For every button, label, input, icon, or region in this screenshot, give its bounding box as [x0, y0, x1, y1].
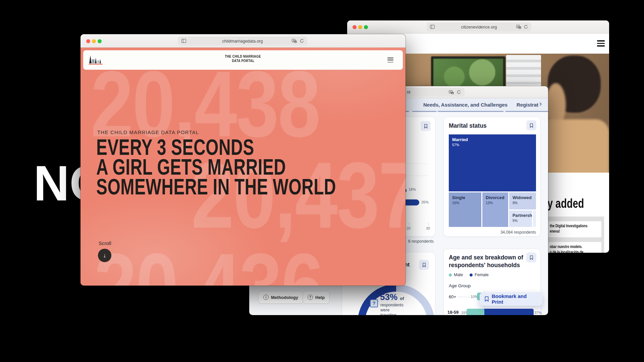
tab-needs-assistance[interactable]: Needs, Assistance, and Challenges	[423, 102, 507, 108]
legend-male-label: Male	[454, 273, 463, 277]
treemap-block-widowed[interactable]: Widowed 9%	[509, 192, 536, 209]
female-bar	[484, 309, 534, 315]
url-text: nt	[407, 90, 410, 95]
url-text: childmarriagedata.org	[222, 39, 263, 44]
bar-26-label: 26%	[421, 200, 429, 204]
reload-icon[interactable]	[524, 24, 528, 29]
scroll-button[interactable]: ↓	[98, 249, 111, 262]
respondents-count: 34,084 respondents	[449, 230, 536, 235]
treemap-block-married[interactable]: Married 57%	[449, 134, 536, 191]
menu-icon[interactable]	[597, 40, 605, 47]
scroll-label: Scroll	[99, 240, 111, 246]
bookmark-button[interactable]	[526, 252, 536, 262]
legend-male-dot	[449, 274, 452, 277]
tab-indicator	[412, 111, 436, 112]
zoom-button[interactable]	[98, 39, 102, 43]
axis-tick	[409, 223, 409, 225]
reload-icon[interactable]	[457, 90, 461, 95]
hero-section: 20,438 20,437 20,436 THE CHILD MARRIAGE …	[80, 48, 406, 286]
photo-person-right-torso	[538, 119, 609, 173]
tab-indicator	[438, 111, 503, 112]
reload-icon[interactable]	[300, 39, 304, 43]
desktop: NG citizenevidence.org Aa	[0, 0, 644, 362]
legend-female-label: Female	[475, 273, 489, 277]
minimize-button[interactable]	[358, 25, 362, 29]
translate-icon[interactable]: Aa	[292, 39, 297, 43]
tab-indicator	[505, 111, 548, 112]
site-header-card: THE CHILD MARRIAGE DATA PORTAL	[83, 50, 403, 70]
card-title: Age and sex breakdown of respondents' ho…	[449, 254, 523, 269]
url-text: citizenevidence.org	[461, 25, 497, 29]
menu-icon[interactable]	[387, 58, 393, 62]
section-heading: y added	[547, 196, 596, 211]
minimize-button[interactable]	[92, 39, 96, 43]
legend-female-dot	[470, 274, 473, 277]
row-label: 18-59	[447, 310, 459, 315]
back-window-chrome: citizenevidence.org Aa	[347, 20, 609, 34]
axis-label: Age Group	[449, 283, 471, 288]
svg-text:A: A	[450, 91, 451, 93]
donut-help-icon[interactable]: ?	[370, 299, 378, 307]
treemap-block-divorced[interactable]: Divorced 13%	[482, 192, 508, 227]
axis-tick-label: 30	[426, 226, 430, 230]
leader-line	[459, 297, 470, 297]
zoom-button[interactable]	[364, 25, 368, 29]
translate-icon[interactable]: Aa	[449, 90, 454, 95]
close-button[interactable]	[353, 25, 357, 29]
male-bar	[467, 309, 484, 315]
axis-tick-label: 20	[407, 226, 411, 230]
donut-value: 53% of	[380, 292, 404, 302]
ghost-number: 20,436	[94, 239, 373, 286]
treemap-block-other	[533, 210, 536, 227]
bookmark-button[interactable]	[526, 120, 536, 130]
bookmark-button[interactable]	[419, 260, 429, 270]
help-button[interactable]: ? Help	[303, 291, 330, 304]
chevron-right-icon[interactable]: ›	[539, 100, 542, 108]
hero-headline: EVERY 3 SECONDS A GIRL GETS MARRIED SOME…	[96, 137, 406, 197]
treemap-block-single[interactable]: Single 15%	[449, 192, 481, 227]
sidebar-icon[interactable]	[181, 39, 186, 43]
card-title: Marital status	[449, 122, 487, 129]
female-pct-label: 37%	[534, 311, 542, 315]
marital-status-card: Marital status Married 57% Single 15% Di…	[443, 117, 541, 237]
info-icon: i	[263, 295, 269, 300]
svg-text:A: A	[293, 40, 294, 42]
axis-tick	[428, 223, 429, 225]
bookmark-and-print-tooltip[interactable]: Bookmark and Print	[480, 292, 542, 306]
donut-caption: respondents were traveling with children	[380, 303, 414, 315]
hero-eyebrow: THE CHILD MARRIAGE DATA PORTAL	[97, 129, 199, 135]
legend: Male Female	[449, 273, 489, 277]
url-bar[interactable]: childmarriagedata.org Aa	[178, 37, 307, 46]
tab-indicator	[406, 111, 409, 112]
bookmark-button[interactable]	[421, 121, 431, 131]
front-browser-window: childmarriagedata.org Aa 20,438 20,437 2…	[80, 34, 406, 286]
url-bar[interactable]: citizenevidence.org Aa	[427, 22, 531, 32]
question-icon: ?	[308, 295, 313, 300]
bookmark-icon	[484, 296, 489, 302]
svg-text:A: A	[517, 25, 519, 28]
treemap: Married 57% Single 15% Divorced 13% Wido…	[449, 134, 536, 227]
treemap-block-partnership[interactable]: Partnership 5%	[509, 210, 532, 227]
methodology-button[interactable]: i Methodology	[258, 291, 303, 304]
row-label: 60+	[449, 294, 456, 299]
bar-18-label: 18%	[409, 187, 416, 191]
close-button[interactable]	[86, 39, 90, 43]
tab-registration[interactable]: Registrat	[517, 102, 538, 108]
site-title[interactable]: THE CHILD MARRIAGE DATA PORTAL	[83, 54, 403, 63]
translate-icon[interactable]: Aa	[516, 25, 521, 29]
front-window-chrome: childmarriagedata.org Aa	[80, 34, 406, 48]
down-arrow-icon: ↓	[103, 252, 106, 259]
sidebar-icon[interactable]	[430, 25, 435, 29]
